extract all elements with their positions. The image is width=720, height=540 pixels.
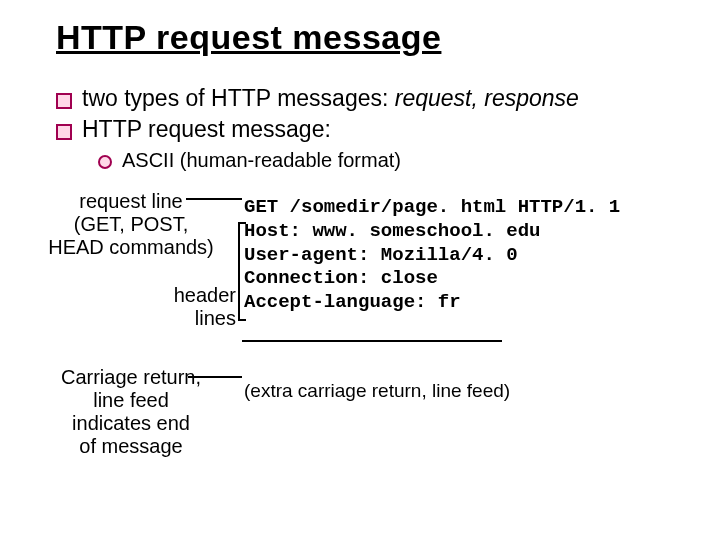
bullet-text-part: two types of HTTP messages:: [82, 85, 395, 111]
bullet-item: HTTP request message:: [56, 116, 680, 143]
carriage-return-label: Carriage return, line feed indicates end…: [46, 366, 216, 458]
slide: HTTP request message two types of HTTP m…: [0, 0, 720, 540]
connector-line: [186, 198, 242, 200]
http-message-code: GET /somedir/page. html HTTP/1. 1 Host: …: [244, 196, 620, 315]
diagram: request line (GET, POST, HEAD commands) …: [56, 190, 680, 490]
bracket-line: [238, 222, 246, 224]
code-line: Host: www. someschool. edu: [244, 220, 540, 242]
connector-line: [188, 376, 242, 378]
bullet-emphasis: request, response: [395, 85, 579, 111]
code-line: Accept-language: fr: [244, 291, 461, 313]
code-line: GET /somedir/page. html HTTP/1. 1: [244, 196, 620, 218]
bracket-line: [238, 222, 240, 320]
header-lines-label: header lines: [164, 284, 236, 330]
code-line: Connection: close: [244, 267, 438, 289]
bullet-text: HTTP request message:: [82, 116, 331, 143]
bullet-text: two types of HTTP messages: request, res…: [82, 85, 579, 112]
sub-bullet-item: ASCII (human-readable format): [98, 149, 680, 172]
square-bullet-icon: [56, 93, 72, 109]
circle-bullet-icon: [98, 155, 112, 169]
square-bullet-icon: [56, 124, 72, 140]
code-line: User-agent: Mozilla/4. 0: [244, 244, 518, 266]
bullet-item: two types of HTTP messages: request, res…: [56, 85, 680, 112]
bullet-list: two types of HTTP messages: request, res…: [56, 85, 680, 172]
request-line-label: request line (GET, POST, HEAD commands): [46, 190, 216, 259]
extra-crlf-label: (extra carriage return, line feed): [244, 380, 510, 402]
slide-title: HTTP request message: [56, 18, 680, 57]
bracket-line: [238, 319, 246, 321]
connector-line: [242, 340, 502, 342]
sub-bullet-text: ASCII (human-readable format): [122, 149, 401, 172]
